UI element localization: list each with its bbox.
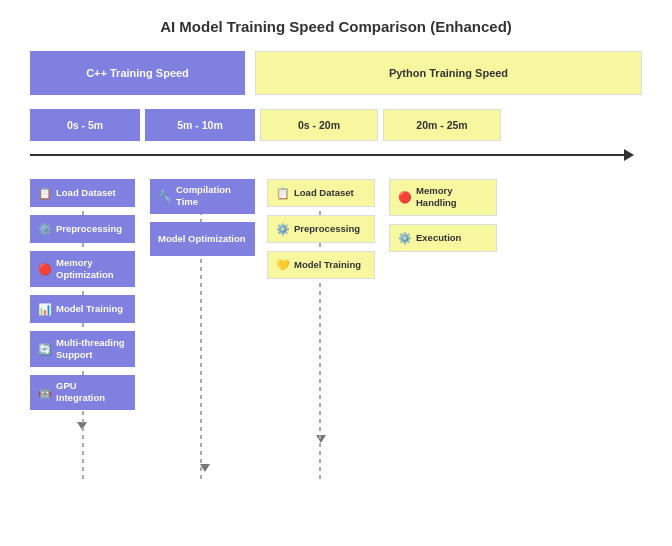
task-cpp-load-dataset: 📋 Load Dataset [30,179,135,207]
content-columns: 📋 Load Dataset ⚙️ Preprocessing 🔴 Memory… [30,179,642,472]
python-legend: Python Training Speed [255,51,642,95]
memory-opt-icon: 🔴 [38,262,52,276]
arrow-down-end-2 [200,464,210,472]
task-py-memory-handling: 🔴 Memory Handling [389,179,497,216]
py-memory-icon: 🔴 [398,190,412,204]
timeline-arrow [30,145,642,165]
task-py-model-training: 💛 Model Training [267,251,375,279]
task-py-execution: ⚙️ Execution [389,224,497,252]
task-cpp-compilation: 🔧 Compilation Time [150,179,255,214]
task-cpp-memory-opt: 🔴 Memory Optimization [30,251,135,287]
python-col1: 📋 Load Dataset ⚙️ Preprocessing 💛 Model … [265,179,385,472]
task-cpp-model-training: 📊 Model Training [30,295,135,323]
compilation-icon: 🔧 [158,189,172,203]
py-execution-icon: ⚙️ [398,231,412,245]
page: AI Model Training Speed Comparison (Enha… [0,0,672,546]
task-cpp-gpu: 🤖 GPU Integration [30,375,135,410]
py-preprocessing-icon: ⚙️ [276,222,290,236]
arrow-down-end-3 [316,435,326,443]
task-cpp-model-opt: Model Optimization [150,222,255,256]
task-py-preprocessing: ⚙️ Preprocessing [267,215,375,243]
multithreading-icon: 🔄 [38,342,52,356]
py-load-icon: 📋 [276,186,290,200]
cpp-col2: 🔧 Compilation Time Model Optimization [145,179,265,472]
timeline-py2: 20m - 25m [383,109,501,141]
timeline-py1: 0s - 20m [260,109,378,141]
arrow-head [624,149,634,161]
load-dataset-icon: 📋 [38,186,52,200]
arrow-down-2 [200,464,210,472]
cpp-legend: C++ Training Speed [30,51,245,95]
task-cpp-multithreading: 🔄 Multi-threading Support [30,331,135,367]
timeline-cpp2: 5m - 10m [145,109,255,141]
gpu-icon: 🤖 [38,385,52,399]
page-title: AI Model Training Speed Comparison (Enha… [30,18,642,35]
task-py-load-dataset: 📋 Load Dataset [267,179,375,207]
timeline-cpp1: 0s - 5m [30,109,140,141]
arrow-down-3 [316,435,326,443]
py-model-training-icon: 💛 [276,258,290,272]
preprocessing-icon: ⚙️ [38,222,52,236]
arrow-line-body [30,154,632,156]
task-cpp-preprocessing: ⚙️ Preprocessing [30,215,135,243]
python-col2: 🔴 Memory Handling ⚙️ Execution [385,179,642,472]
cpp-col1: 📋 Load Dataset ⚙️ Preprocessing 🔴 Memory… [30,179,145,472]
legend-row: C++ Training Speed Python Training Speed [30,51,642,95]
model-training-icon: 📊 [38,302,52,316]
